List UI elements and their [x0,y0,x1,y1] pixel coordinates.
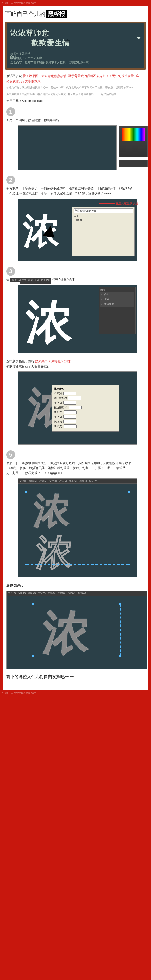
color-panel [119,126,148,157]
selection-box [76,224,131,252]
heart-icon: ❤ [137,35,141,41]
board-subinfo: 教师节主题活动 活动地点：石室室外走廊 活动内容：教师节贺卡制作 教师节卡片征集… [10,50,141,65]
screenshot-2: 浓 字符 段落 OpenType 方正 Regular 请注意这里的设置 [18,199,137,261]
board-line1: 浓浓尊师意 [10,29,49,37]
screenshot-final: 文件(F)编辑(E)对象(O)文字(T)选择(S)效果(C)视图(V)窗口(W)… [6,590,147,669]
intro-paragraph: 废话不多说 看了效果图，大家肯定蠢蠢欲动~至于背景啥的我就不多介绍了！无任何技术… [6,73,145,84]
field-stroke[interactable]: 描边宽度(W): [54,406,117,409]
selection-box [26,492,129,565]
dialog-tabs[interactable]: 字符 段落 OpenType [74,208,133,213]
character-dialog[interactable]: 字符 段落 OpenType 方正 Regular [72,207,135,256]
step-number: 1 [6,107,15,116]
tool-label: 使用工具：Adobe Illustrator [6,99,145,103]
field-curve[interactable]: 曲度(C): [54,410,117,414]
step-text: 最后一步，虽然很傻帽的成分，但是拉丝就是最后一步所调的无用功，反而能提升整个效果… [6,459,134,476]
step-2: 2 教程就拿一个字做例子，字的多少不受影响，通常都这种字要选一个横粗的字体，那做… [6,175,145,261]
field-overlap[interactable]: 路径重叠(O): [54,396,117,400]
scribble-dialog[interactable]: 涂抹选项 角度(A): 路径重叠(O): 变化(V): 描边宽度(W): 曲度(… [52,385,120,432]
s4-pre: 选中新的描色，执行 [6,360,35,363]
weight-row[interactable]: Regular [74,219,133,221]
board-info2: 活动内容：教师节贺卡制作 教师节卡片征集十名获赠教师一束 [10,60,141,65]
intro-tiny1: 趁着教师节，网上到处都是相关设计，我就来分享，也做来玩来分享下教师节的效果，无奈… [6,86,145,89]
big-character-sliced: 浓 [26,291,72,354]
screenshot-1 [18,126,116,170]
field-angle[interactable]: 角度(A): [54,391,117,395]
selection-box [33,604,121,656]
step-4-text: 选中新的描色，执行 效果菜单 > 风格化 > 涂抹 参数你随意自己个儿看着弄就行 [6,359,145,369]
intro-lead: 废话不多说 [6,74,23,78]
step-number: 3 [6,267,15,276]
intro-tiny2: 多做多积累！做的过程中，有任何技术问题可私我问~各位加油！越简单有些一~ 一起加… [6,92,145,96]
step-1: 1 新建一个图层，颜色随意，你黑板就行 [6,107,145,170]
field-spacing[interactable]: 间距(S): [54,420,117,423]
ending-text: 剩下的各位大仙儿们自由发挥吧~~~~ [6,674,145,679]
board-line2: 款款爱生情 [31,38,141,48]
callout-note: 请注意这里的设置 [99,201,138,205]
swatch-panel [119,159,148,167]
layer-row[interactable]: ▢ 填色 [101,297,134,302]
final-label: 最终效果： [6,583,145,588]
step-4: 浓 涂抹选项 角度(A): 路径重叠(O): 变化(V): 描边宽度(W): 曲… [6,371,145,445]
intro-body1: 看了效果图，大家肯定蠢蠢欲动~至于背景啥的我就不多介绍了！无任何技术含量~唯一亮… [6,74,142,83]
step-text: 教程就拿一个字做例子，字的多少不受影响，通常都这种字要选一个横粗的字体，那做3D… [6,185,134,196]
screenshot-4: 浓 涂抹选项 角度(A): 路径重叠(O): 变化(V): 描边宽度(W): 曲… [18,371,137,445]
layer-row[interactable]: ▢ 不透明度 [101,302,134,307]
screenshot-3: 浓 图层 ▢ 描边 ▢ 填色 ▢ 不透明度 [18,285,137,353]
layers-panel[interactable]: 图层 ▢ 描边 ▢ 填色 ▢ 不透明度 [99,287,136,334]
step3-go: 去 [6,278,9,282]
flower-icon: ✿⌇ [9,54,17,61]
app-menubar[interactable]: 文件(F)编辑(E)对象(O)文字(T)选择(S)效果(C)视图(V)窗口(W) [18,479,137,484]
step-5: 5 最后一步，虽然很傻帽的成分，但是拉丝就是最后一步所调的无用功，反而能提升整个… [6,450,145,578]
font-row[interactable]: 方正 [74,215,133,218]
chalkboard-hero: ✿⌇ ❤ 浓浓尊师意 款款爱生情 教师节主题活动 活动地点：石室室外走廊 活动内… [5,22,146,70]
step-number: 2 [6,175,15,185]
field-var2[interactable]: 变化(B): [54,415,117,419]
popup-title: 涂抹选项 [54,387,117,390]
step-text: 新建一个图层，颜色随意，你黑板就行 [6,116,134,123]
title-lead: 画咱自己个儿的 [5,11,45,17]
field-var1[interactable]: 变化(V): [54,401,117,404]
screenshot-5: 文件(F)编辑(E)对象(O)文字(T)选择(S)效果(C)视图(V)窗口(W)… [18,478,137,578]
page-container: 画咱自己个儿的 黑板报 ✿⌇ ❤ 浓浓尊师意 款款爱生情 教师节主题活动 活动地… [3,6,148,690]
step-number: 5 [6,450,15,459]
watermark-top: 红动中国 www.redocn.com [0,0,151,6]
board-info1: 活动地点：石室室外走廊 [10,56,141,60]
mini-panel [19,281,51,285]
title-black: 黑板报 [46,10,67,18]
app-menubar[interactable]: 文件(F)编辑(E)对象(O)文字(T)选择(S)效果(C)视图(V)窗口(W) [6,591,146,596]
step-3: 3 去 效果(C) 视图(V) 窗口(W) 帮助(H) 打开 "外观" 选项 浓… [6,267,145,353]
s4-path: 效果菜单 > 风格化 > 涂抹 [35,360,70,363]
step3-after: 打开 "外观" 选项 [52,278,75,282]
board-sub-title: 教师节主题活动 [10,52,141,56]
field-var3[interactable]: 变化(R): [54,425,117,428]
layer-row[interactable]: ▢ 描边 [101,292,134,297]
board-title: 浓浓尊师意 款款爱生情 [10,28,141,48]
s4-post: 参数你随意自己个儿看着弄就行 [6,364,50,368]
watermark-bottom: 红动中国 www.redocn.com [0,690,151,696]
title-bar: 画咱自己个儿的 黑板报 [5,10,146,18]
layers-title: 图层 [101,288,134,292]
